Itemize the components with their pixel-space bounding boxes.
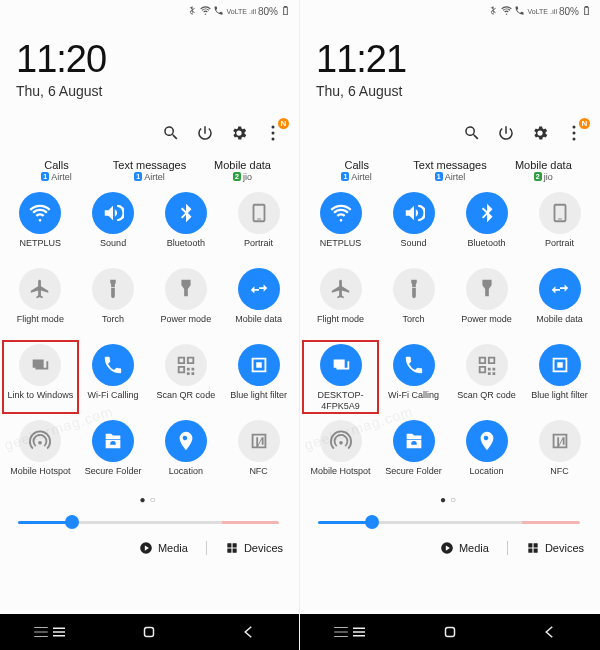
brightness-slider[interactable] [318, 514, 580, 530]
bluetooth-icon [466, 192, 508, 234]
tile-label: Wi-Fi Calling [386, 390, 441, 401]
tile-bluefilter[interactable]: Blue light filter [523, 342, 596, 416]
power-button[interactable] [496, 123, 516, 143]
tile-label: Portrait [242, 238, 275, 249]
sim-card-selector[interactable]: Text messages 1Airtel [403, 159, 496, 182]
sim-card-selector[interactable]: Mobile data 2jio [497, 159, 590, 182]
more-button[interactable]: N [564, 123, 584, 143]
tile-securefolder[interactable]: Secure Folder [377, 418, 450, 492]
sim-card-selector[interactable]: Calls 1Airtel [10, 159, 103, 182]
tile-sound[interactable]: Sound [77, 190, 150, 264]
tile-torch[interactable]: Torch [377, 266, 450, 340]
wifi-icon [320, 192, 362, 234]
tile-hotspot[interactable]: Mobile Hotspot [304, 418, 377, 492]
power-icon [466, 268, 508, 310]
footer-row: Media Devices [0, 537, 299, 561]
search-button[interactable] [462, 123, 482, 143]
pager-dots[interactable]: ●○ [0, 492, 299, 509]
tile-link[interactable]: DESKTOP-4FPK5A9 [304, 342, 377, 416]
tile-label: Mobile Hotspot [308, 466, 372, 477]
recents-button[interactable] [30, 623, 70, 641]
more-button[interactable]: N [263, 123, 283, 143]
sound-icon [92, 192, 134, 234]
tile-qr[interactable]: Scan QR code [150, 342, 223, 416]
tile-qr[interactable]: Scan QR code [450, 342, 523, 416]
sim-title: Calls [310, 159, 403, 171]
tile-bluetooth[interactable]: Bluetooth [450, 190, 523, 264]
tile-flight[interactable]: Flight mode [304, 266, 377, 340]
power-icon [165, 268, 207, 310]
notif-badge: N [278, 118, 289, 129]
hotspot-icon [320, 420, 362, 462]
sim-title: Text messages [403, 159, 496, 171]
flight-icon [19, 268, 61, 310]
sim-sub: 1Airtel [10, 172, 103, 182]
panel-actions: N [0, 99, 299, 153]
bluetooth-status-icon [488, 5, 499, 18]
tile-flight[interactable]: Flight mode [4, 266, 77, 340]
volte-label: VoLTE [226, 8, 247, 15]
tile-power[interactable]: Power mode [450, 266, 523, 340]
tile-label: NETPLUS [18, 238, 64, 249]
tile-mdata[interactable]: Mobile data [523, 266, 596, 340]
separator [206, 541, 207, 555]
tile-torch[interactable]: Torch [77, 266, 150, 340]
sim-card-selector[interactable]: Text messages 1Airtel [103, 159, 196, 182]
tile-label: Mobile Hotspot [8, 466, 72, 477]
media-button[interactable]: Media [139, 541, 188, 555]
tile-wifi[interactable]: NETPLUS [304, 190, 377, 264]
tile-label: NFC [548, 466, 571, 477]
tile-label: DESKTOP-4FPK5A9 [304, 390, 377, 412]
tile-bluefilter[interactable]: Blue light filter [222, 342, 295, 416]
flight-icon [320, 268, 362, 310]
tile-nfc[interactable]: NFC [222, 418, 295, 492]
tile-link[interactable]: Link to Windows [4, 342, 77, 416]
tile-securefolder[interactable]: Secure Folder [77, 418, 150, 492]
settings-button[interactable] [530, 123, 550, 143]
tile-label: Mobile data [233, 314, 284, 325]
devices-button[interactable]: Devices [225, 541, 283, 555]
tile-label: Bluetooth [165, 238, 207, 249]
clock-time: 11:21 [316, 38, 600, 81]
quick-toggle-grid: NETPLUS Sound Bluetooth Portrait Flight … [0, 184, 299, 492]
tile-wificall[interactable]: Wi-Fi Calling [77, 342, 150, 416]
sound-icon [393, 192, 435, 234]
tile-wificall[interactable]: Wi-Fi Calling [377, 342, 450, 416]
power-button[interactable] [195, 123, 215, 143]
clock-time: 11:20 [16, 38, 299, 81]
mdata-icon [539, 268, 581, 310]
search-button[interactable] [161, 123, 181, 143]
home-button[interactable] [430, 623, 470, 641]
quick-toggle-grid: NETPLUS Sound Bluetooth Portrait Flight … [300, 184, 600, 492]
tile-mdata[interactable]: Mobile data [222, 266, 295, 340]
tile-label: Sound [398, 238, 428, 249]
tile-hotspot[interactable]: Mobile Hotspot [4, 418, 77, 492]
devices-button[interactable]: Devices [526, 541, 584, 555]
settings-button[interactable] [229, 123, 249, 143]
home-button[interactable] [129, 623, 169, 641]
tile-sound[interactable]: Sound [377, 190, 450, 264]
pager-dots[interactable]: ●○ [300, 492, 600, 509]
panel-actions: N [300, 99, 600, 153]
tile-power[interactable]: Power mode [150, 266, 223, 340]
back-button[interactable] [530, 623, 570, 641]
tile-portrait[interactable]: Portrait [523, 190, 596, 264]
link-icon [19, 344, 61, 386]
brightness-slider[interactable] [18, 514, 279, 530]
recents-button[interactable] [330, 623, 370, 641]
back-button[interactable] [229, 623, 269, 641]
tile-nfc[interactable]: NFC [523, 418, 596, 492]
sim-title: Mobile data [196, 159, 289, 171]
tile-portrait[interactable]: Portrait [222, 190, 295, 264]
clock-date: Thu, 6 August [16, 83, 299, 99]
tile-bluetooth[interactable]: Bluetooth [150, 190, 223, 264]
tile-label: Portrait [543, 238, 576, 249]
tile-location[interactable]: Location [450, 418, 523, 492]
sim-card-selector[interactable]: Mobile data 2jio [196, 159, 289, 182]
sim-card-selector[interactable]: Calls 1Airtel [310, 159, 403, 182]
wifi-status-icon [200, 5, 211, 18]
tile-wifi[interactable]: NETPLUS [4, 190, 77, 264]
media-button[interactable]: Media [440, 541, 489, 555]
call-status-icon [514, 5, 525, 18]
tile-location[interactable]: Location [150, 418, 223, 492]
